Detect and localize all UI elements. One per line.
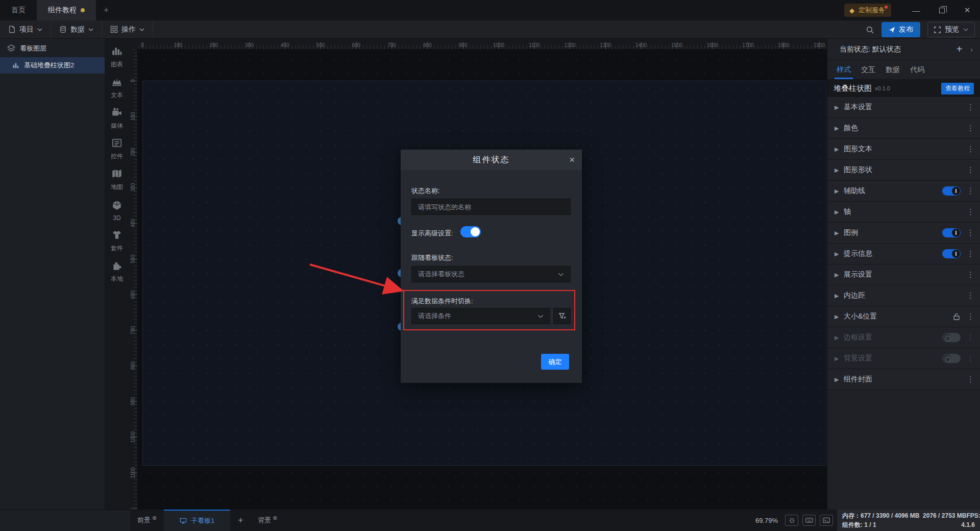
window-close-button[interactable]: ✕	[954, 0, 980, 20]
section-背景设置[interactable]: ▶背景设置⋮	[827, 348, 980, 369]
h-ruler-label: 1400	[635, 42, 647, 48]
section-menu-button[interactable]: ⋮	[967, 103, 974, 112]
section-toggle[interactable]	[942, 333, 961, 342]
toggle-knob	[943, 354, 951, 363]
tab-component-tutorial[interactable]: 组件教程	[37, 0, 96, 20]
background-button[interactable]: 背景⊕	[251, 510, 284, 531]
menu-operations-label: 操作	[121, 25, 136, 34]
library-kit-button[interactable]: 套件	[105, 226, 129, 256]
section-menu-button[interactable]: ⋮	[967, 312, 974, 321]
tab-interaction[interactable]: 交互	[857, 61, 879, 79]
section-图形形状[interactable]: ▶图形形状⋮	[827, 160, 980, 181]
library-cube-button[interactable]: 3D	[105, 195, 129, 226]
section-内边距[interactable]: ▶内边距⋮	[827, 285, 980, 306]
publish-button[interactable]: 发布	[881, 22, 920, 37]
unsaved-dot-icon	[81, 8, 85, 12]
section-menu-button[interactable]: ⋮	[967, 186, 974, 196]
section-辅助线[interactable]: ▶辅助线⋮	[827, 181, 980, 202]
foreground-button[interactable]: 前景⊕	[130, 510, 164, 531]
section-label: 大小&位置	[844, 312, 952, 321]
search-icon[interactable]	[866, 26, 874, 34]
expand-arrow-icon[interactable]: ▶	[835, 376, 844, 383]
tab-home[interactable]: 首页	[0, 0, 37, 20]
library-widget-button[interactable]: 控件	[105, 134, 129, 164]
console-button[interactable]	[820, 515, 833, 526]
section-menu-button[interactable]: ⋮	[967, 228, 974, 237]
section-menu-button[interactable]: ⋮	[967, 291, 974, 300]
section-颜色[interactable]: ▶颜色⋮	[827, 118, 980, 139]
library-text-button[interactable]: 文本	[105, 73, 129, 103]
tab-data[interactable]: 数据	[881, 61, 904, 79]
section-toggle[interactable]	[942, 186, 961, 196]
library-media-button[interactable]: 媒体	[105, 103, 129, 134]
expand-arrow-icon[interactable]: ▶	[835, 209, 844, 215]
expand-arrow-icon[interactable]: ▶	[835, 146, 844, 153]
window-restore-button[interactable]	[929, 0, 954, 20]
section-展示设置[interactable]: ▶展示设置⋮	[827, 264, 980, 285]
confirm-button[interactable]: 确定	[541, 354, 569, 370]
menu-operations[interactable]: 操作	[102, 20, 153, 38]
follow-state-select[interactable]: 请选择看板状态	[411, 266, 571, 282]
tab-code[interactable]: 代码	[906, 61, 928, 79]
section-menu-button[interactable]: ⋮	[967, 375, 974, 384]
section-轴[interactable]: ▶轴⋮	[827, 202, 980, 223]
preview-button[interactable]: 预览	[927, 22, 975, 37]
add-subboard-button[interactable]: +	[230, 510, 251, 531]
expand-arrow-icon[interactable]: ▶	[835, 230, 844, 236]
section-图例[interactable]: ▶图例⋮	[827, 223, 980, 244]
bottom-bar-left-pad	[0, 510, 130, 531]
section-menu-button[interactable]: ⋮	[967, 354, 974, 363]
section-提示信息[interactable]: ▶提示信息⋮	[827, 244, 980, 264]
section-图形文本[interactable]: ▶图形文本⋮	[827, 139, 980, 160]
expand-arrow-icon[interactable]: ▶	[835, 251, 844, 257]
expand-arrow-icon[interactable]: ▶	[835, 125, 844, 132]
new-tab-button[interactable]: +	[96, 0, 116, 20]
subboard-tab[interactable]: 子看板1	[164, 510, 230, 531]
section-menu-button[interactable]: ⋮	[967, 165, 974, 175]
section-menu-button[interactable]: ⋮	[967, 124, 974, 133]
section-menu-button[interactable]: ⋮	[967, 144, 974, 154]
menu-project[interactable]: 项目	[0, 20, 51, 38]
section-toggle[interactable]	[942, 228, 961, 237]
section-基本设置[interactable]: ▶基本设置⋮	[827, 97, 980, 118]
expand-arrow-icon[interactable]: ▶	[835, 272, 844, 278]
memory-stats: 内存：677 / 3390 / 4096 MB 2076 / 2753 MB	[842, 511, 966, 520]
zoom-percent[interactable]: 69.79%	[755, 517, 778, 524]
section-toggle[interactable]	[942, 249, 961, 258]
section-边框设置[interactable]: ▶边框设置⋮	[827, 327, 980, 348]
expand-arrow-icon[interactable]: ▶	[835, 313, 844, 320]
modal-close-button[interactable]: ×	[569, 150, 575, 170]
view-tutorial-button[interactable]: 查看教程	[941, 83, 974, 94]
add-state-button[interactable]: +	[957, 43, 963, 55]
shortcut-keys-button[interactable]	[802, 515, 816, 526]
section-label: 展示设置	[844, 270, 967, 279]
window-minimize-button[interactable]: —	[903, 0, 929, 20]
layer-item-stacked-bar[interactable]: 基础堆叠柱状图2	[0, 57, 105, 74]
library-map-button[interactable]: 地图	[105, 164, 129, 195]
expand-arrow-icon[interactable]: ▶	[835, 293, 844, 299]
section-组件封面[interactable]: ▶组件封面⋮	[827, 369, 980, 390]
background-label: 背景	[258, 516, 271, 525]
app-version: 4.1.6	[961, 520, 975, 529]
expand-arrow-icon[interactable]: ▶	[835, 355, 844, 362]
tab-style[interactable]: 样式	[832, 61, 855, 79]
v-ruler-label: 0	[130, 73, 136, 88]
section-menu-button[interactable]: ⋮	[967, 207, 974, 216]
menu-data[interactable]: 数据	[51, 20, 102, 38]
section-大小&位置[interactable]: ▶大小&位置⋮	[827, 306, 980, 327]
section-menu-button[interactable]: ⋮	[967, 270, 974, 279]
expand-arrow-icon[interactable]: ▶	[835, 167, 844, 174]
state-name-input[interactable]	[411, 199, 571, 215]
section-menu-button[interactable]: ⋮	[967, 249, 974, 258]
advanced-settings-toggle[interactable]	[460, 226, 481, 237]
section-menu-button[interactable]: ⋮	[967, 333, 974, 342]
library-chart-button[interactable]: 图表	[105, 42, 129, 73]
state-expand-button[interactable]: ›	[970, 45, 973, 54]
fit-screen-button[interactable]	[785, 515, 798, 526]
section-toggle[interactable]	[942, 354, 961, 363]
library-local-button[interactable]: 本地	[105, 256, 129, 287]
expand-arrow-icon[interactable]: ▶	[835, 188, 844, 195]
custom-service-badge[interactable]: ◆ 定制服务	[844, 4, 891, 17]
expand-arrow-icon[interactable]: ▶	[835, 104, 844, 111]
expand-arrow-icon[interactable]: ▶	[835, 334, 844, 341]
